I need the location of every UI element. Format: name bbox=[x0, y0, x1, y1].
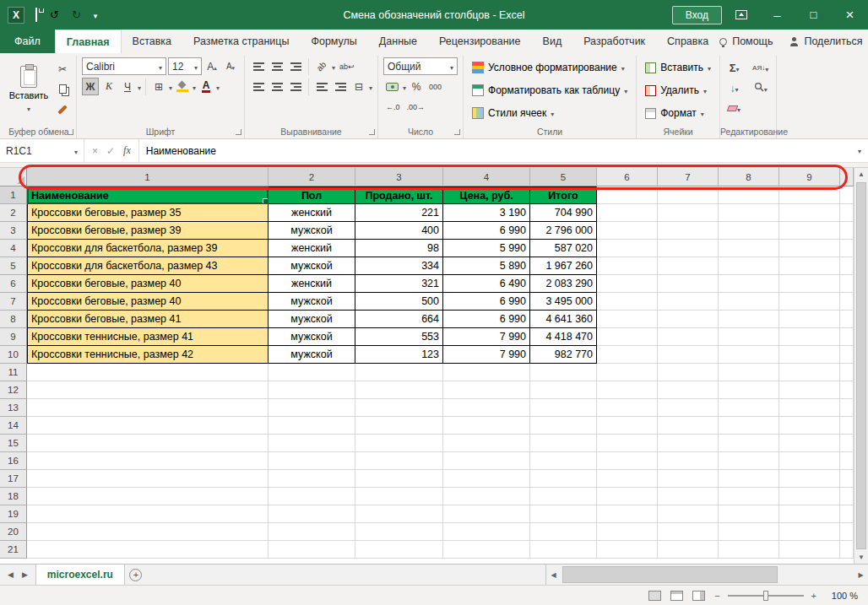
cell-r18c9[interactable] bbox=[779, 488, 840, 505]
cell-r15c8[interactable] bbox=[719, 435, 779, 452]
row-header-12[interactable]: 12 bbox=[0, 381, 27, 399]
enter-icon[interactable]: ✓ bbox=[106, 145, 115, 157]
row-header-4[interactable]: 4 bbox=[0, 240, 27, 257]
cell-r2c2[interactable]: женский bbox=[269, 204, 355, 222]
cell-styles-button[interactable]: Стили ячеек bbox=[469, 103, 631, 123]
cell-r12c2[interactable] bbox=[269, 381, 355, 399]
cell-r20c2[interactable] bbox=[269, 523, 355, 541]
number-format-select[interactable]: Общий bbox=[383, 57, 458, 75]
cell-r18c1[interactable] bbox=[27, 488, 269, 505]
row-header-5[interactable]: 5 bbox=[0, 257, 27, 275]
cell-r15c3[interactable] bbox=[355, 435, 443, 452]
cell-r14c1[interactable] bbox=[27, 417, 269, 435]
cell-r6c1[interactable]: Кроссовки беговые, размер 40 bbox=[27, 275, 269, 293]
cell-r6c6[interactable] bbox=[597, 275, 658, 293]
row-header-3[interactable]: 3 bbox=[0, 222, 27, 240]
cell-r1c4[interactable]: Цена, руб. bbox=[443, 186, 530, 204]
fill-button[interactable]: ↓ bbox=[725, 79, 743, 97]
increase-indent-button[interactable] bbox=[332, 78, 349, 95]
cell-r14c2[interactable] bbox=[269, 417, 355, 435]
paste-button[interactable]: Вставить bbox=[7, 57, 51, 122]
comma-style-button[interactable]: 000 bbox=[426, 78, 444, 95]
new-sheet-button[interactable]: + bbox=[125, 564, 147, 585]
cell-r16c4[interactable] bbox=[443, 452, 530, 470]
cell-r4c7[interactable] bbox=[658, 240, 719, 257]
normal-view-icon[interactable] bbox=[648, 591, 661, 601]
cell-r1c6[interactable] bbox=[597, 186, 658, 204]
cell-r16c5[interactable] bbox=[530, 452, 597, 470]
cell-r8c1[interactable]: Кроссовки беговые, размер 41 bbox=[27, 311, 269, 328]
cell-r19c4[interactable] bbox=[443, 505, 530, 523]
cell-r9c5[interactable]: 4 418 470 bbox=[530, 328, 597, 346]
cell-r13c1[interactable] bbox=[27, 399, 269, 417]
cell-r13c4[interactable] bbox=[443, 399, 530, 417]
cell-r1c7[interactable] bbox=[658, 186, 719, 204]
chevron-down-icon[interactable] bbox=[216, 81, 220, 93]
clear-button[interactable] bbox=[725, 100, 743, 117]
cell-r6c2[interactable]: женский bbox=[269, 275, 355, 293]
cell-r17c9[interactable] bbox=[779, 470, 840, 488]
zoom-level[interactable]: 100 % bbox=[824, 591, 858, 601]
cell-r3c9[interactable] bbox=[779, 222, 840, 240]
cell-r21c5[interactable] bbox=[530, 541, 597, 559]
cell-r12c5[interactable] bbox=[530, 381, 597, 399]
scroll-down-icon[interactable]: ▼ bbox=[858, 554, 865, 561]
cell-r19c7[interactable] bbox=[658, 505, 719, 523]
cell-r7c1[interactable]: Кроссовки беговые, размер 40 bbox=[27, 293, 269, 311]
cell-r17c5[interactable] bbox=[530, 470, 597, 488]
italic-button[interactable]: К bbox=[100, 78, 117, 95]
row-header-15[interactable]: 15 bbox=[0, 435, 27, 452]
cell-r8c4[interactable]: 6 990 bbox=[443, 311, 530, 328]
row-header-8[interactable]: 8 bbox=[0, 311, 27, 328]
row-header-21[interactable]: 21 bbox=[0, 541, 27, 559]
cell-r20c6[interactable] bbox=[597, 523, 658, 541]
chevron-down-icon[interactable] bbox=[369, 81, 372, 93]
maximize-button[interactable] bbox=[795, 0, 832, 30]
sheet-nav-right-icon[interactable]: ▶ bbox=[22, 570, 28, 579]
cell-r17c3[interactable] bbox=[355, 470, 443, 488]
cell-r21c3[interactable] bbox=[355, 541, 443, 559]
row-header-11[interactable]: 11 bbox=[0, 364, 27, 381]
cell-r14c9[interactable] bbox=[779, 417, 840, 435]
cell-r6c3[interactable]: 321 bbox=[355, 275, 443, 293]
tab-review[interactable]: Рецензирование bbox=[428, 30, 532, 53]
cell-r20c3[interactable] bbox=[355, 523, 443, 541]
tab-view[interactable]: Вид bbox=[532, 30, 573, 53]
cell-r7c5[interactable]: 3 495 000 bbox=[530, 293, 597, 311]
align-left-button[interactable] bbox=[250, 78, 267, 95]
cell-r19c5[interactable] bbox=[530, 505, 597, 523]
column-header-5[interactable]: 5 bbox=[530, 168, 597, 186]
cell-r19c9[interactable] bbox=[779, 505, 840, 523]
cell-r19c6[interactable] bbox=[597, 505, 658, 523]
cell-r17c1[interactable] bbox=[27, 470, 269, 488]
cell-r10c3[interactable]: 123 bbox=[355, 346, 443, 364]
cell-r11c4[interactable] bbox=[443, 364, 530, 381]
orientation-button[interactable]: ab bbox=[313, 57, 330, 75]
cell-r9c6[interactable] bbox=[597, 328, 658, 346]
zoom-out-icon[interactable]: − bbox=[714, 591, 719, 601]
chevron-down-icon[interactable] bbox=[169, 81, 172, 93]
cell-r18c4[interactable] bbox=[443, 488, 530, 505]
cell-r14c5[interactable] bbox=[530, 417, 597, 435]
format-painter-button[interactable] bbox=[54, 100, 71, 118]
cell-r16c9[interactable] bbox=[779, 452, 840, 470]
fill-color-button[interactable] bbox=[174, 78, 191, 95]
copy-button[interactable] bbox=[54, 80, 71, 98]
row-header-7[interactable]: 7 bbox=[0, 293, 27, 311]
increase-decimal-button[interactable]: ←.0 bbox=[383, 98, 403, 116]
cell-r11c6[interactable] bbox=[597, 364, 658, 381]
cell-r20c4[interactable] bbox=[443, 523, 530, 541]
share-button[interactable]: Поделиться bbox=[789, 35, 862, 47]
cell-r17c2[interactable] bbox=[269, 470, 355, 488]
cell-r1c8[interactable] bbox=[719, 186, 779, 204]
cell-r15c5[interactable] bbox=[530, 435, 597, 452]
dialog-launcher-icon[interactable] bbox=[369, 129, 375, 135]
cell-r20c7[interactable] bbox=[658, 523, 719, 541]
increase-font-button[interactable]: А bbox=[203, 57, 220, 75]
delete-cells-button[interactable]: Удалить bbox=[642, 80, 714, 100]
row-header-2[interactable]: 2 bbox=[0, 204, 27, 222]
cell-r4c9[interactable] bbox=[779, 240, 840, 257]
row-header-1[interactable]: 1 bbox=[0, 186, 27, 204]
cell-r3c1[interactable]: Кроссовки беговые, размер 39 bbox=[27, 222, 269, 240]
font-family-select[interactable]: Calibri bbox=[82, 57, 166, 75]
